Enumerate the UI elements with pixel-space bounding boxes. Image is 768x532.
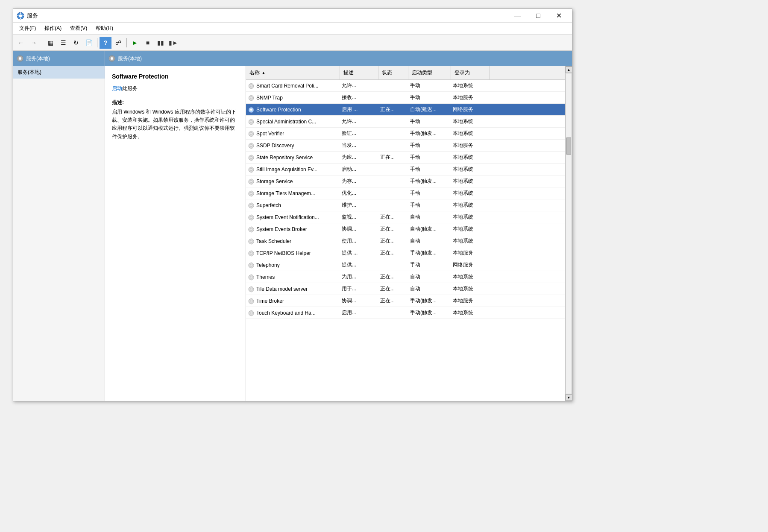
menu-action[interactable]: 操作(A)	[40, 23, 66, 34]
service-status-cell	[378, 140, 408, 151]
service-name-cell: Tile Data model server	[246, 283, 340, 295]
app-icon	[17, 12, 24, 20]
view-button[interactable]: ▦	[44, 37, 56, 49]
scroll-track[interactable]	[566, 73, 572, 394]
service-name-cell: SSDP Discovery	[246, 140, 340, 151]
service-name-cell: Themes	[246, 271, 340, 283]
gear-icon	[248, 250, 255, 257]
gear-icon	[248, 214, 255, 221]
service-desc-cell: 允许...	[340, 80, 378, 91]
service-startup-cell: 手动(触发...	[408, 175, 451, 187]
service-login-cell: 本地系统	[451, 283, 490, 295]
main-area: 服务(本地) 服务(本地) 服务(本地) Software Protection	[13, 51, 572, 401]
refresh-button[interactable]: ↻	[70, 37, 82, 49]
svg-point-23	[250, 180, 252, 182]
service-status-cell	[378, 175, 408, 187]
service-startup-cell: 手动	[408, 92, 451, 103]
table-row[interactable]: System Event Notification...监视...正在...自动…	[246, 211, 565, 223]
header-desc[interactable]: 描述	[340, 66, 378, 79]
sidebar-item-local[interactable]: 服务(本地)	[13, 66, 105, 79]
service-name-cell: Still Image Acquisition Ev...	[246, 164, 340, 175]
play-button[interactable]: ►	[129, 37, 141, 49]
table-row[interactable]: Storage Service为存...手动(触发...本地系统	[246, 175, 565, 187]
right-scrollbar[interactable]: ▲ ▼	[565, 66, 572, 401]
gear-icon	[248, 94, 255, 101]
svg-point-9	[250, 96, 252, 99]
gear-icon	[248, 142, 255, 149]
service-desc-cell: 当发...	[340, 140, 378, 151]
svg-point-3	[19, 57, 21, 60]
table-row[interactable]: SNMP Trap接收...手动本地服务	[246, 92, 565, 104]
menu-file[interactable]: 文件(F)	[15, 23, 40, 34]
table-row[interactable]: Special Administration C...允许...手动本地系统	[246, 116, 565, 128]
table-row[interactable]: Touch Keyboard and Ha...启用...手动(触发...本地系…	[246, 307, 565, 319]
properties-button[interactable]: ☍	[112, 37, 124, 49]
table-row[interactable]: Superfetch维护...手动本地系统	[246, 199, 565, 211]
stop-button[interactable]: ■	[142, 37, 154, 49]
services-container: 名称 ▲ 描述 状态 启动类型 登录为	[246, 66, 565, 401]
svg-point-37	[250, 264, 252, 266]
gear-icon	[248, 238, 255, 245]
service-status-cell: 正在...	[378, 211, 408, 223]
menu-view[interactable]: 查看(V)	[66, 23, 91, 34]
service-login-cell: 本地系统	[451, 187, 490, 199]
start-link[interactable]: 启动	[112, 85, 122, 91]
back-button[interactable]: ←	[15, 37, 27, 49]
menu-help[interactable]: 帮助(H)	[91, 23, 117, 34]
service-name-cell: State Repository Service	[246, 152, 340, 163]
service-startup-cell: 手动	[408, 152, 451, 163]
close-button[interactable]: ✕	[549, 9, 569, 23]
table-row[interactable]: Software Protection启用 ...正在...自动(延迟...网络…	[246, 104, 565, 116]
gear-icon	[248, 106, 255, 113]
sidebar: 服务(本地) 服务(本地)	[13, 51, 105, 401]
forward-button[interactable]: →	[28, 37, 40, 49]
header-startup[interactable]: 启动类型	[408, 66, 451, 79]
table-row[interactable]: System Events Broker协调...正在...自动(触发...本地…	[246, 223, 565, 235]
table-row[interactable]: TCP/IP NetBIOS Helper提供 ...正在...手动(触发...…	[246, 247, 565, 259]
export-button[interactable]: 📄	[83, 37, 95, 49]
services-list: Smart Card Removal Poli...允许...手动本地系统 SN…	[246, 80, 565, 401]
service-startup-cell: 自动	[408, 283, 451, 295]
gear-icon	[248, 154, 255, 161]
scroll-thumb[interactable]	[566, 137, 571, 155]
table-row[interactable]: State Repository Service为应...正在...手动本地系统	[246, 152, 565, 164]
gear-icon	[248, 274, 255, 281]
service-name-cell: Smart Card Removal Poli...	[246, 80, 340, 91]
table-row[interactable]: SSDP Discovery当发...手动本地服务	[246, 140, 565, 152]
service-name-cell: System Event Notification...	[246, 211, 340, 223]
minimize-button[interactable]: —	[508, 9, 528, 23]
svg-point-19	[250, 156, 252, 158]
service-name-cell: Time Broker	[246, 295, 340, 307]
service-desc-cell: 为存...	[340, 175, 378, 187]
service-desc-cell: 用于...	[340, 283, 378, 295]
service-name-cell: Telephony	[246, 259, 340, 271]
table-row[interactable]: Telephony提供...手动网络服务	[246, 259, 565, 271]
table-row[interactable]: Still Image Acquisition Ev...启动...手动本地系统	[246, 164, 565, 175]
service-name-cell: System Events Broker	[246, 223, 340, 235]
table-row[interactable]: Time Broker协调...正在...手动(触发...本地服务	[246, 295, 565, 307]
table-row[interactable]: Tile Data model server用于...正在...自动本地系统	[246, 283, 565, 295]
list-button[interactable]: ☰	[57, 37, 69, 49]
service-status-cell: 正在...	[378, 283, 408, 295]
service-login-cell: 本地系统	[451, 307, 490, 319]
service-desc-cell: 接收...	[340, 92, 378, 103]
pause-button[interactable]: ▮▮	[155, 37, 167, 49]
svg-point-21	[250, 168, 252, 170]
table-row[interactable]: Smart Card Removal Poli...允许...手动本地系统	[246, 80, 565, 92]
scroll-down-arrow[interactable]: ▼	[566, 394, 572, 401]
restart-button[interactable]: ▮►	[167, 37, 179, 49]
table-row[interactable]: Storage Tiers Managem...优化...手动本地系统	[246, 187, 565, 199]
header-status[interactable]: 状态	[378, 66, 408, 79]
table-row[interactable]: Themes为用...正在...自动本地系统	[246, 271, 565, 283]
table-row[interactable]: Task Scheduler使用...正在...自动本地系统	[246, 235, 565, 247]
header-name[interactable]: 名称 ▲	[246, 66, 340, 79]
table-row[interactable]: Spot Verifier验证...手动(触发...本地系统	[246, 128, 565, 140]
maximize-button[interactable]: □	[528, 9, 548, 23]
title-bar: 服务 — □ ✕	[13, 9, 572, 23]
scroll-up-arrow[interactable]: ▲	[566, 66, 572, 73]
gear-icon	[248, 190, 255, 197]
header-login[interactable]: 登录为	[451, 66, 490, 79]
svg-point-25	[250, 192, 252, 194]
sidebar-header-icon	[17, 55, 23, 62]
help-button[interactable]: ?	[100, 37, 111, 49]
